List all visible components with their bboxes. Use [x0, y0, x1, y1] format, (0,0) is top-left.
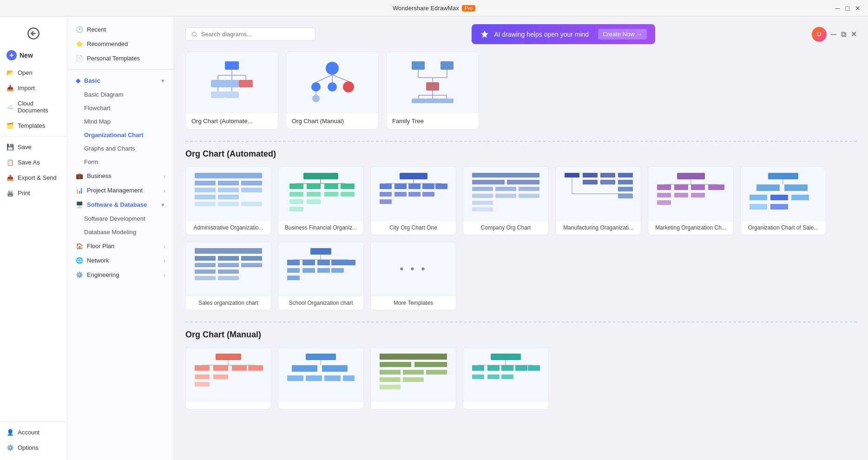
- nav-basic-diagram[interactable]: Basic Diagram: [67, 88, 174, 101]
- nav-basic[interactable]: ◆ Basic ▼: [67, 73, 174, 88]
- options-button[interactable]: ⚙️ Options: [0, 440, 67, 455]
- svg-rect-127: [195, 263, 216, 267]
- template-card-company-org[interactable]: Company Org Chart: [463, 166, 549, 235]
- search-box[interactable]: [185, 27, 316, 41]
- topbar-close-icon[interactable]: ✕: [851, 30, 857, 39]
- search-input[interactable]: [201, 31, 309, 38]
- template-card-manual-1-label: [186, 401, 271, 409]
- template-card-school-org[interactable]: School Organization chart: [278, 242, 364, 310]
- svg-rect-161: [287, 375, 303, 381]
- svg-rect-75: [435, 184, 447, 189]
- save-button[interactable]: 💾 Save: [0, 139, 67, 155]
- template-card-manual-2[interactable]: [278, 347, 364, 409]
- svg-rect-128: [195, 269, 216, 274]
- svg-rect-120: [791, 195, 809, 200]
- cloud-documents-button[interactable]: ☁️ Cloud Documents: [0, 96, 67, 118]
- floor-plan-chevron: ›: [164, 243, 165, 249]
- nav-recent[interactable]: 🕐 Recent: [67, 22, 174, 37]
- top-card-org-auto-label: Org Chart (Automate...: [186, 112, 278, 129]
- user-avatar[interactable]: U: [812, 27, 827, 42]
- nav-mind-map[interactable]: Mind Map: [67, 115, 174, 128]
- nav-recommended[interactable]: ⭐ Recommended: [67, 37, 174, 51]
- svg-rect-178: [487, 365, 500, 371]
- templates-icon: 🗂️: [7, 122, 14, 129]
- save-as-button[interactable]: 📋 Save As: [0, 155, 67, 170]
- svg-rect-93: [618, 180, 633, 184]
- template-card-city-org[interactable]: City Org Chart One: [370, 166, 456, 235]
- close-button[interactable]: ✕: [855, 5, 861, 12]
- account-button[interactable]: 👤 Account: [0, 425, 67, 440]
- svg-rect-183: [487, 375, 500, 379]
- svg-point-25: [312, 95, 320, 102]
- svg-rect-46: [195, 188, 216, 192]
- top-card-org-auto[interactable]: Org Chart (Automate...: [185, 52, 278, 130]
- template-card-marketing-org[interactable]: Marketing Organization Ch...: [648, 166, 734, 235]
- svg-rect-114: [768, 173, 798, 179]
- nav-personal-templates[interactable]: 📄 Personal Templates: [67, 51, 174, 66]
- template-card-manual-3[interactable]: [370, 347, 456, 409]
- ai-create-now[interactable]: Create Now →: [598, 29, 647, 39]
- resize-icon[interactable]: ⧉: [841, 30, 846, 39]
- top-card-org-manual-img: [286, 52, 378, 112]
- biz-fin-svg: [285, 171, 357, 217]
- template-card-sales-org[interactable]: Sales organization chart: [185, 242, 271, 310]
- export-button[interactable]: 📤 Export & Send: [0, 170, 67, 185]
- app-title: Wondershare EdrawMax: [393, 5, 459, 12]
- account-label: Account: [18, 429, 39, 436]
- basic-icon: ◆: [76, 77, 80, 84]
- svg-rect-141: [343, 260, 355, 265]
- open-button[interactable]: 📂 Open: [0, 65, 67, 80]
- svg-rect-156: [213, 375, 228, 379]
- template-card-more[interactable]: • • • More Templates: [370, 242, 456, 310]
- save-label: Save: [18, 144, 32, 151]
- nav-graphs-charts[interactable]: Graphs and Charts: [67, 142, 174, 155]
- nav-panel: 🕐 Recent ⭐ Recommended 📄 Personal Templa…: [67, 17, 174, 460]
- svg-rect-91: [472, 207, 493, 211]
- nav-database-modeling[interactable]: Database Modeling: [67, 225, 174, 239]
- ai-banner[interactable]: AI drawing helps open your mind Create N…: [472, 24, 655, 44]
- minimize-icon[interactable]: ─: [831, 30, 836, 39]
- template-card-sales-org-img: [186, 242, 271, 296]
- nav-business[interactable]: 💼 Business ›: [67, 169, 174, 183]
- svg-rect-157: [306, 354, 336, 360]
- template-card-manual-1[interactable]: [185, 347, 271, 409]
- svg-rect-42: [195, 173, 262, 178]
- template-card-mfg-org[interactable]: Manufacturing Oraganizati...: [555, 166, 641, 235]
- svg-rect-94: [618, 187, 633, 191]
- engineering-chevron: ›: [164, 272, 165, 278]
- nav-software-database[interactable]: 🖥️ Software & Database ▼: [67, 197, 174, 212]
- template-card-mfg-org-img: [556, 167, 641, 220]
- top-card-org-auto-img: [186, 52, 278, 112]
- top-card-org-manual[interactable]: Org Chart (Manual): [286, 52, 379, 130]
- nav-project-management[interactable]: 📊 Project Management ›: [67, 183, 174, 197]
- nav-flowchart[interactable]: Flowchart: [67, 101, 174, 115]
- nav-network[interactable]: 🌐 Network ›: [67, 253, 174, 268]
- nav-software-dev[interactable]: Software Development: [67, 212, 174, 225]
- svg-rect-76: [380, 192, 392, 197]
- template-card-manual-4[interactable]: [463, 347, 549, 409]
- minimize-button[interactable]: ─: [835, 5, 840, 12]
- svg-rect-73: [408, 184, 421, 189]
- nav-org-chart[interactable]: Organizational Chart: [67, 128, 174, 142]
- top-cards-row: Org Chart (Automate...: [185, 52, 857, 130]
- template-card-biz-fin-img: [278, 167, 363, 220]
- svg-rect-64: [341, 192, 355, 197]
- template-card-admin-org[interactable]: Administrative Organizatio...: [185, 166, 271, 235]
- nav-engineering[interactable]: ⚙️ Engineering ›: [67, 268, 174, 282]
- top-card-family-tree[interactable]: Family Tree: [386, 52, 479, 130]
- template-card-sales-chart-org[interactable]: Organization Chart of Sale...: [740, 166, 826, 235]
- nav-form[interactable]: Form: [67, 155, 174, 169]
- svg-rect-11: [211, 80, 225, 87]
- personal-templates-icon: 📄: [76, 55, 83, 62]
- new-button[interactable]: + New: [0, 46, 67, 65]
- template-card-biz-fin[interactable]: Business Financial Organiz...: [278, 166, 364, 235]
- import-button[interactable]: 📥 Import: [0, 80, 67, 96]
- cloud-icon: ☁️: [7, 104, 14, 111]
- maximize-button[interactable]: □: [846, 5, 849, 12]
- print-button[interactable]: 🖨️ Print: [0, 185, 67, 201]
- back-button[interactable]: [0, 21, 67, 46]
- nav-floor-plan[interactable]: 🏠 Floor Plan ›: [67, 239, 174, 253]
- svg-line-22: [316, 75, 332, 82]
- templates-button[interactable]: 🗂️ Templates: [0, 118, 67, 133]
- template-card-school-org-img: [278, 242, 363, 296]
